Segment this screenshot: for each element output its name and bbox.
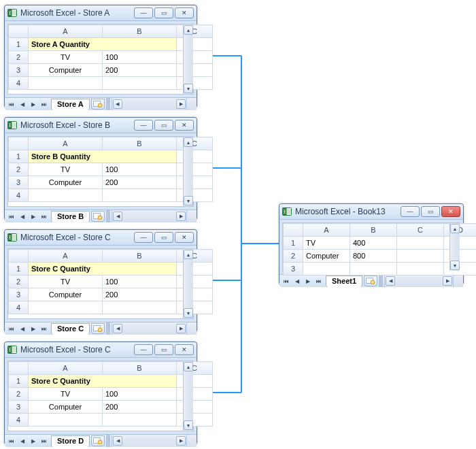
new-sheet-button[interactable] bbox=[91, 99, 105, 110]
minimize-button[interactable]: — bbox=[134, 344, 153, 355]
new-sheet-button[interactable] bbox=[364, 276, 377, 286]
scroll-up-button[interactable]: ▲ bbox=[184, 250, 193, 259]
cell[interactable]: 100 bbox=[103, 276, 177, 288]
row-header[interactable]: 1 bbox=[9, 263, 29, 276]
scroll-track[interactable] bbox=[123, 325, 175, 333]
minimize-button[interactable]: — bbox=[134, 120, 153, 131]
cell[interactable] bbox=[177, 51, 213, 64]
row-header[interactable]: 2 bbox=[9, 276, 29, 288]
col-header[interactable]: C bbox=[177, 250, 213, 263]
cell[interactable] bbox=[103, 77, 177, 90]
scroll-right-button[interactable]: ▶ bbox=[176, 99, 186, 109]
cell[interactable]: 200 bbox=[103, 288, 177, 301]
nav-next-button[interactable]: ▶ bbox=[28, 435, 39, 446]
row-header[interactable]: 1 bbox=[9, 150, 29, 163]
section-header[interactable]: Store C Quantity bbox=[29, 263, 177, 276]
worksheet[interactable]: ABC1Store C Quantity2TV1003Computer2004▲… bbox=[7, 361, 194, 431]
nav-next-button[interactable]: ▶ bbox=[28, 211, 39, 222]
worksheet[interactable]: ABCD1TV4002Computer8003▲▼ bbox=[282, 222, 460, 271]
scroll-right-button[interactable]: ▶ bbox=[176, 212, 186, 221]
titlebar[interactable]: Microsoft Excel - Store A—▭✕ bbox=[5, 5, 197, 21]
horizontal-scrollbar[interactable]: ◀▶ bbox=[112, 435, 186, 447]
cell[interactable]: 800 bbox=[350, 250, 397, 263]
cell[interactable] bbox=[177, 276, 213, 288]
col-header[interactable]: A bbox=[303, 224, 350, 237]
scroll-right-button[interactable]: ▶ bbox=[176, 324, 186, 333]
vertical-scrollbar[interactable]: ▲▼ bbox=[183, 24, 193, 94]
col-header[interactable]: B bbox=[103, 25, 177, 38]
scroll-left-button[interactable]: ◀ bbox=[386, 276, 395, 286]
horizontal-scrollbar[interactable]: ◀▶ bbox=[112, 210, 186, 222]
row-header[interactable]: 4 bbox=[9, 301, 29, 314]
cell[interactable]: 200 bbox=[103, 64, 177, 77]
row-header[interactable]: 3 bbox=[9, 176, 29, 189]
cell[interactable] bbox=[177, 301, 213, 314]
cell[interactable] bbox=[103, 301, 177, 314]
cell[interactable] bbox=[303, 263, 350, 276]
resize-grip[interactable] bbox=[186, 98, 197, 110]
row-header[interactable]: 2 bbox=[9, 163, 29, 176]
cell[interactable] bbox=[397, 263, 444, 276]
row-header[interactable]: 3 bbox=[9, 64, 29, 77]
col-header[interactable]: C bbox=[177, 362, 213, 375]
row-header[interactable]: 3 bbox=[9, 288, 29, 301]
scroll-track[interactable] bbox=[184, 372, 193, 420]
new-sheet-button[interactable] bbox=[91, 435, 105, 446]
cell[interactable] bbox=[29, 414, 103, 427]
cell[interactable] bbox=[29, 77, 103, 90]
scroll-track[interactable] bbox=[123, 212, 175, 220]
nav-first-button[interactable]: ⏮ bbox=[6, 99, 17, 110]
scroll-track[interactable] bbox=[184, 35, 193, 83]
cell[interactable]: Computer bbox=[303, 250, 350, 263]
tab-splitter[interactable] bbox=[106, 435, 110, 447]
cell[interactable] bbox=[177, 388, 213, 401]
row-header[interactable]: 1 bbox=[9, 38, 29, 51]
cell[interactable]: Computer bbox=[29, 176, 103, 189]
scroll-up-button[interactable]: ▲ bbox=[184, 362, 193, 371]
nav-last-button[interactable]: ⏭ bbox=[39, 323, 50, 334]
select-all-corner[interactable] bbox=[284, 224, 303, 237]
cell[interactable]: TV bbox=[303, 237, 350, 250]
cell[interactable] bbox=[444, 250, 477, 263]
nav-last-button[interactable]: ⏭ bbox=[39, 211, 50, 222]
scroll-right-button[interactable]: ▶ bbox=[176, 436, 186, 446]
row-header[interactable]: 2 bbox=[284, 250, 303, 263]
scroll-track[interactable] bbox=[396, 277, 442, 285]
nav-first-button[interactable]: ⏮ bbox=[6, 435, 17, 446]
scroll-left-button[interactable]: ◀ bbox=[113, 212, 122, 221]
cell[interactable] bbox=[177, 263, 213, 276]
col-header[interactable]: A bbox=[29, 250, 103, 263]
cell[interactable] bbox=[350, 263, 397, 276]
col-header[interactable]: C bbox=[177, 25, 213, 38]
maximize-button[interactable]: ▭ bbox=[154, 232, 173, 243]
scroll-left-button[interactable]: ◀ bbox=[113, 99, 122, 109]
scroll-up-button[interactable]: ▲ bbox=[184, 137, 193, 147]
cell[interactable] bbox=[177, 176, 213, 189]
close-button[interactable]: ✕ bbox=[441, 206, 460, 217]
cell[interactable]: 400 bbox=[350, 237, 397, 250]
cell[interactable] bbox=[177, 77, 213, 90]
col-header[interactable]: A bbox=[29, 362, 103, 375]
horizontal-scrollbar[interactable]: ◀▶ bbox=[112, 322, 186, 335]
sheet-tab[interactable]: Sheet1 bbox=[326, 276, 362, 287]
cell[interactable] bbox=[177, 401, 213, 414]
nav-prev-button[interactable]: ◀ bbox=[292, 276, 303, 286]
vertical-scrollbar[interactable]: ▲▼ bbox=[183, 361, 193, 431]
close-button[interactable]: ✕ bbox=[175, 7, 194, 18]
sheet-tab[interactable]: Store A bbox=[51, 99, 90, 110]
maximize-button[interactable]: ▭ bbox=[154, 7, 173, 18]
col-header[interactable]: D bbox=[444, 224, 477, 237]
cell[interactable] bbox=[177, 64, 213, 77]
section-header[interactable]: Store C Quantity bbox=[29, 375, 177, 388]
nav-next-button[interactable]: ▶ bbox=[28, 323, 39, 334]
cell[interactable] bbox=[177, 38, 213, 51]
maximize-button[interactable]: ▭ bbox=[154, 344, 173, 355]
tab-splitter[interactable] bbox=[379, 275, 383, 287]
minimize-button[interactable]: — bbox=[134, 7, 153, 18]
col-header[interactable]: A bbox=[29, 137, 103, 150]
minimize-button[interactable]: — bbox=[134, 232, 153, 243]
new-sheet-button[interactable] bbox=[91, 323, 105, 334]
tab-splitter[interactable] bbox=[106, 322, 110, 335]
cell[interactable] bbox=[397, 237, 444, 250]
close-button[interactable]: ✕ bbox=[175, 120, 194, 131]
